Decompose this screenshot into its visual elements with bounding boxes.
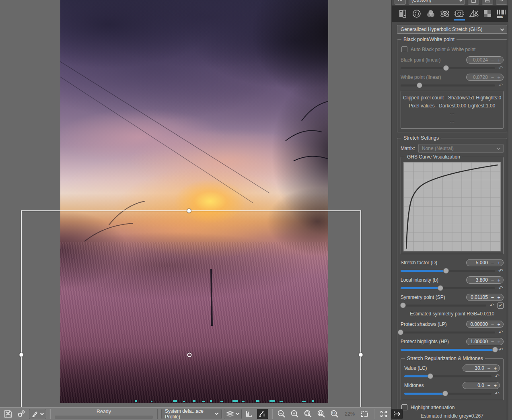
white-point-slider[interactable]: [401, 84, 495, 86]
color-profile-select[interactable]: System defa...ace Profile): [161, 409, 222, 419]
svg-text:META: META: [497, 16, 503, 18]
symmetry-point-slider[interactable]: [401, 305, 486, 307]
matrix-select[interactable]: None (Neutral): [418, 144, 504, 153]
value-lc-slider[interactable]: [404, 375, 491, 377]
annotate-tool-combo[interactable]: [29, 409, 46, 419]
increment-button[interactable]: +: [493, 366, 497, 371]
symmetry-point-value: 0.01105: [469, 294, 488, 300]
reset-icon[interactable]: ↶: [498, 65, 504, 71]
clipped-count-text: Clipped pixel count - Shadows:51 Highlig…: [402, 94, 502, 102]
crop-right-edge[interactable]: [360, 210, 361, 407]
increment-button[interactable]: +: [497, 75, 500, 80]
value-lc-value: 30.0: [466, 365, 484, 371]
crop-handle-top[interactable]: [187, 209, 191, 213]
slider-thumb[interactable]: [428, 373, 433, 379]
tab-color-blend[interactable]: [424, 7, 437, 21]
stretch-preview-combo[interactable]: [224, 409, 242, 419]
status-bar: Ready System defa...ace Profile) 1:1 22%: [0, 407, 391, 420]
decrement-button[interactable]: −: [491, 260, 494, 266]
decrement-button[interactable]: −: [487, 383, 491, 388]
decrement-button[interactable]: −: [491, 322, 494, 327]
slider-thumb[interactable]: [417, 82, 422, 88]
zoom-selection-button[interactable]: [316, 409, 327, 419]
preset-copy-button[interactable]: [510, 0, 512, 5]
slider-thumb[interactable]: [398, 329, 403, 335]
reset-icon[interactable]: ↶: [494, 373, 500, 379]
increment-button[interactable]: +: [497, 58, 500, 63]
reset-icon[interactable]: ↶: [498, 347, 504, 352]
local-intensity-slider[interactable]: [401, 287, 495, 289]
histogram-button[interactable]: [244, 409, 255, 419]
save-button[interactable]: [2, 409, 14, 419]
reset-icon[interactable]: ↶: [498, 329, 504, 335]
zoom-in-button[interactable]: [289, 409, 300, 419]
zoom-out-button[interactable]: [276, 409, 287, 419]
stretch-factor-slider[interactable]: [401, 270, 495, 272]
tab-metadata[interactable]: META: [495, 7, 508, 21]
decrement-button[interactable]: −: [487, 366, 491, 371]
protect-shadows-slider[interactable]: [401, 331, 495, 334]
crop-handle-left[interactable]: [19, 353, 24, 357]
stretch-factor-label: Stretch factor (D): [401, 260, 437, 266]
preset-list-button[interactable]: [395, 0, 406, 5]
black-point-slider[interactable]: [401, 67, 495, 69]
crop-handle-center[interactable]: [187, 353, 192, 357]
preset-new-button[interactable]: [468, 0, 479, 5]
stretch-mode-select[interactable]: Generalized Hyperbolic Stretch (GHS): [397, 25, 507, 34]
midtones-slider[interactable]: [404, 393, 491, 395]
decrement-button[interactable]: −: [491, 58, 494, 63]
zoom-1to1-button[interactable]: 1:1: [329, 409, 340, 419]
zoom-fit-button[interactable]: [302, 409, 314, 419]
slider-thumb[interactable]: [438, 285, 443, 291]
tab-mosaic[interactable]: [481, 7, 494, 21]
decrement-button[interactable]: −: [491, 339, 494, 344]
decrement-button[interactable]: −: [491, 75, 494, 80]
increment-button[interactable]: +: [497, 322, 500, 327]
preset-select[interactable]: (Custom): [409, 0, 465, 5]
slider-thumb[interactable]: [442, 391, 448, 396]
curves-display-toggle[interactable]: [257, 409, 268, 419]
tab-crop-measure[interactable]: [467, 7, 480, 21]
reset-icon[interactable]: ↶: [498, 285, 504, 291]
protect-highlights-slider[interactable]: [401, 349, 495, 351]
panel-toggle-button[interactable]: [391, 409, 403, 419]
protect-shadows-row: Protect shadows (LP) 0.00000 − + ↶: [401, 321, 504, 336]
image-canvas[interactable]: [0, 0, 391, 407]
middle-grey-note: Estimated middle grey=0.267: [401, 412, 504, 420]
slider-thumb[interactable]: [443, 268, 449, 274]
tab-rings[interactable]: [410, 7, 423, 21]
white-point-value-pill: 0.8728 − +: [466, 74, 504, 81]
preset-save-button[interactable]: [482, 0, 493, 5]
increment-button[interactable]: +: [497, 339, 500, 344]
new-view-button[interactable]: [359, 409, 370, 419]
info-placeholder: ---: [402, 110, 502, 118]
auto-bw-checkbox[interactable]: [401, 46, 407, 52]
tab-levels[interactable]: [396, 7, 409, 21]
tab-astro-align[interactable]: [438, 7, 451, 21]
settings-gears-button[interactable]: [16, 409, 27, 419]
increment-button[interactable]: +: [493, 383, 497, 388]
symmetry-auto-checkbox[interactable]: ✓: [498, 303, 504, 309]
chevron-down-icon: [497, 146, 501, 150]
preset-apply-button[interactable]: [496, 0, 507, 5]
decrement-button[interactable]: −: [491, 295, 494, 300]
reset-icon[interactable]: ↶: [498, 82, 504, 88]
slider-thumb[interactable]: [443, 65, 449, 71]
slider-thumb[interactable]: [492, 347, 498, 352]
crop-handle-right[interactable]: [359, 353, 363, 357]
auto-bw-checkbox-row[interactable]: Auto Black point & White point: [401, 46, 504, 52]
white-point-value: 0.8728: [469, 74, 488, 80]
reset-icon[interactable]: ↶: [498, 268, 504, 274]
crop-left-edge[interactable]: [21, 210, 22, 407]
reset-icon[interactable]: ↶: [489, 303, 495, 308]
fullscreen-button[interactable]: [378, 409, 389, 419]
increment-button[interactable]: +: [497, 278, 500, 283]
tab-ghs-stretch[interactable]: [453, 7, 466, 21]
stretch-settings-group: Stretch Settings Matrix: None (Neutral) …: [397, 138, 507, 420]
highlight-attenuation-row[interactable]: Highlight attenuation: [401, 404, 504, 410]
slider-thumb[interactable]: [400, 303, 406, 308]
decrement-button[interactable]: −: [491, 278, 494, 283]
increment-button[interactable]: +: [497, 260, 500, 266]
reset-icon[interactable]: ↶: [494, 391, 500, 396]
increment-button[interactable]: +: [497, 295, 500, 300]
